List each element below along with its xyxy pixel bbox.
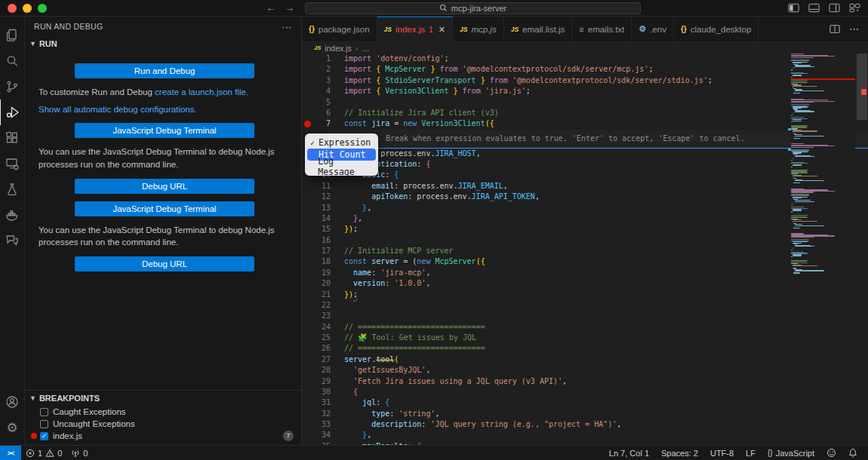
breakpoint-gutter[interactable]: [302, 387, 312, 397]
status-spaces-2[interactable]: Spaces: 2: [655, 446, 704, 460]
breakpoint-gutter[interactable]: [302, 419, 312, 430]
code-line-13[interactable]: 13 },: [302, 203, 868, 213]
code-line-24[interactable]: 24// ============================: [302, 322, 868, 333]
breakpoint-gutter[interactable]: [302, 409, 312, 419]
breakpoint-gutter[interactable]: [302, 64, 312, 75]
breakpoint-gutter[interactable]: [302, 108, 312, 118]
docker-icon[interactable]: [0, 202, 25, 228]
tab-package.json[interactable]: {}package.json: [302, 17, 377, 41]
js-debug-terminal-button[interactable]: JavaScript Debug Terminal: [75, 123, 254, 138]
breakpoint-row[interactable]: Uncaught Exceptions: [25, 418, 301, 430]
menu-item-log-message[interactable]: Log Message: [307, 161, 376, 173]
code-line-10[interactable]: 10 basic: {: [302, 170, 868, 180]
more-editor-actions-icon[interactable]: ⋯: [849, 23, 859, 35]
breakpoint-gutter[interactable]: [302, 290, 312, 300]
tab-.env[interactable]: ⚙.env: [632, 17, 674, 41]
breakpoint-gutter[interactable]: [302, 343, 312, 354]
code-line-22[interactable]: 22: [302, 300, 868, 311]
search-icon[interactable]: [0, 48, 25, 74]
history-forward-button[interactable]: →: [285, 2, 294, 14]
account-icon[interactable]: [0, 389, 25, 415]
code-line-33[interactable]: 33 description: 'JQL query string (e.g.,…: [302, 419, 868, 430]
debug-url-button[interactable]: Debug URL: [75, 179, 254, 194]
breakpoint-gutter[interactable]: [302, 213, 312, 224]
code-line-30[interactable]: 30 {: [302, 387, 868, 397]
code-line-18[interactable]: 18const server = (new McpServer({: [302, 256, 868, 267]
customize-layout-icon[interactable]: [849, 3, 860, 13]
code-line-6[interactable]: 6// Initialize Jira API client (v3): [302, 108, 868, 118]
code-line-14[interactable]: 14 },: [302, 213, 868, 224]
breakpoint-gutter[interactable]: [302, 268, 312, 278]
breakpoint-gutter[interactable]: [302, 235, 312, 246]
breakpoint-gutter[interactable]: [302, 192, 312, 202]
code-line-11[interactable]: 11 email: process.env.JIRA_EMAIL,: [302, 181, 868, 192]
code-editor[interactable]: 1import 'dotenv/config';2import { McpSer…: [302, 54, 868, 445]
status-feedback[interactable]: [820, 446, 842, 460]
breakpoint-gutter[interactable]: [302, 54, 312, 64]
code-line-25[interactable]: 25// 🧩 Tool: Get issues by JQL: [302, 333, 868, 343]
command-center[interactable]: mcp-jira-server: [305, 2, 641, 14]
close-window-button[interactable]: [8, 4, 17, 13]
code-line-32[interactable]: 32 type: 'string',: [302, 409, 868, 419]
tab-mcp.js[interactable]: JSmcp.js: [453, 17, 504, 41]
status-javascript[interactable]: {}JavaScript: [762, 446, 820, 460]
testing-icon[interactable]: [0, 176, 25, 202]
menu-item-expression[interactable]: ✓Expression: [307, 136, 376, 149]
breakpoint-gutter[interactable]: [302, 181, 312, 192]
code-line-12[interactable]: 12 apiToken: process.env.JIRA_API_TOKEN,: [302, 192, 868, 202]
breakpoint-condition-widget[interactable]: Break when expression evaluates to true.…: [327, 130, 868, 149]
maximize-window-button[interactable]: [38, 4, 47, 13]
remote-indicator[interactable]: ><: [0, 446, 21, 460]
js-debug-terminal-button-2[interactable]: JavaScript Debug Terminal: [75, 201, 254, 216]
history-back-button[interactable]: ←: [266, 2, 275, 14]
breakpoint-gutter[interactable]: [302, 365, 312, 376]
comments-icon[interactable]: [0, 228, 25, 253]
code-line-28[interactable]: 28 'getIssuesByJQL',: [302, 365, 868, 376]
code-line-8[interactable]: 8 host: process.env.JIRA_HOST,: [302, 149, 868, 159]
tab-claude_desktop[interactable]: {}claude_desktop: [674, 17, 759, 41]
source-control-icon[interactable]: [0, 74, 25, 100]
extensions-icon[interactable]: [0, 125, 25, 151]
explorer-icon[interactable]: [0, 23, 25, 48]
code-line-9[interactable]: 9 authentication: {: [302, 159, 868, 170]
code-line-7[interactable]: 7const jira = new Version3Client({: [302, 118, 868, 129]
breakpoint-gutter[interactable]: [302, 224, 312, 235]
code-line-23[interactable]: 23: [302, 311, 868, 321]
remote-explorer-icon[interactable]: [0, 151, 25, 176]
show-debug-configs-link[interactable]: Show all automatic debug configurations.: [38, 105, 197, 114]
status-ln-7-col-1[interactable]: Ln 7, Col 1: [603, 446, 655, 460]
close-tab-icon[interactable]: ✕: [439, 25, 445, 35]
breakpoint-gutter[interactable]: [302, 322, 312, 333]
breakpoint-gutter[interactable]: [302, 430, 312, 440]
breakpoint-checkbox[interactable]: [40, 420, 48, 428]
status-bell[interactable]: [842, 446, 863, 460]
code-line-17[interactable]: 17// Initialize MCP server: [302, 246, 868, 256]
breadcrumb-file[interactable]: index.js: [325, 44, 352, 53]
toggle-panel-icon[interactable]: [808, 3, 820, 13]
breakpoint-gutter[interactable]: [302, 203, 312, 213]
code-line-19[interactable]: 19 name: 'jira-mcp',: [302, 268, 868, 278]
status-lf[interactable]: LF: [740, 446, 762, 460]
code-line-31[interactable]: 31 jql: {: [302, 397, 868, 408]
code-line-5[interactable]: 5: [302, 97, 868, 108]
breakpoint-gutter[interactable]: [302, 311, 312, 321]
minimize-window-button[interactable]: [23, 4, 32, 13]
code-line-2[interactable]: 2import { McpServer } from '@modelcontex…: [302, 64, 868, 75]
code-line-21[interactable]: 21});: [302, 290, 868, 300]
breakpoint-gutter[interactable]: [302, 354, 312, 365]
breakpoint-gutter[interactable]: [302, 278, 312, 289]
breakpoint-gutter[interactable]: [302, 97, 312, 108]
create-launch-json-link[interactable]: create a launch.json file.: [155, 87, 248, 97]
breakpoint-gutter[interactable]: [302, 376, 312, 387]
problems-status[interactable]: 1 0: [21, 446, 66, 460]
breakpoint-checkbox[interactable]: ✓: [40, 432, 48, 440]
breakpoint-checkbox[interactable]: [40, 408, 48, 416]
breakpoint-gutter[interactable]: [302, 333, 312, 343]
code-line-27[interactable]: 27server.tool(: [302, 354, 868, 365]
breakpoint-gutter[interactable]: [302, 256, 312, 267]
split-editor-icon[interactable]: [830, 24, 840, 34]
code-line-16[interactable]: 16: [302, 235, 868, 246]
tab-emails.txt[interactable]: ≡emails.txt: [572, 17, 632, 41]
code-line-3[interactable]: 3import { StdioServerTransport } from '@…: [302, 75, 868, 86]
breakpoint-row[interactable]: ✓index.js7: [25, 430, 301, 442]
